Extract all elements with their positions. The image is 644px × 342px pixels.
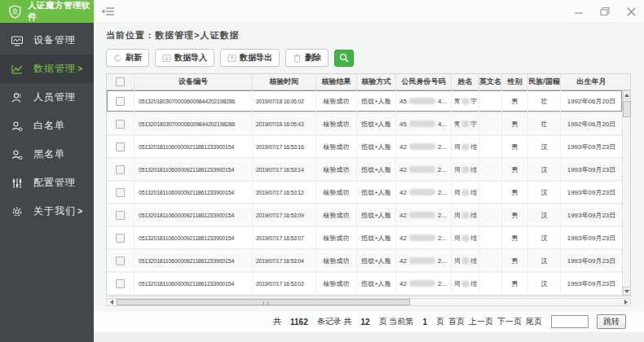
shield-person-icon <box>8 5 22 19</box>
table-row[interactable]: 05132018110600009211861233900154 2019/07… <box>107 204 622 227</box>
cell-verify-time: 2019/07/17 16:53:12 <box>253 182 316 203</box>
scroll-up-arrow[interactable] <box>623 90 631 99</box>
data-import-button[interactable]: 数据导入 <box>155 49 214 67</box>
sidebar-item-label: 人员管理 <box>33 90 76 104</box>
row-checkbox[interactable] <box>116 165 125 174</box>
cell-device-no: 05132018030700006009844202198286 <box>135 90 253 112</box>
data-export-button[interactable]: 数据导出 <box>220 49 280 67</box>
col-header-verify-result[interactable]: 核验结果 <box>316 74 357 90</box>
cell-citizen-id: 42 2... <box>396 273 452 294</box>
sidebar-item-personnel-management[interactable]: 人员管理 <box>0 83 94 112</box>
row-checkbox[interactable] <box>116 188 125 197</box>
table-row[interactable]: 05132018110600009211861233900154 2019/07… <box>107 273 622 296</box>
search-button[interactable] <box>334 50 354 67</box>
id-prefix: 45 <box>399 98 407 105</box>
table-header-row: 设备编号 核验时间 核验结果 核验方式 公民身份号码 姓名 英文名 性别 民族/… <box>107 74 630 90</box>
table-header-checkbox-cell <box>107 74 135 90</box>
horizontal-scrollbar[interactable] <box>106 298 631 306</box>
last-page-link[interactable]: 尾页 <box>526 316 542 327</box>
cell-birth-date: 1993年09月23日 <box>561 273 622 294</box>
row-checkbox[interactable] <box>116 279 125 288</box>
select-all-checkbox[interactable] <box>116 77 125 86</box>
row-checkbox[interactable] <box>116 211 125 220</box>
cell-verify-result: 核验成功 <box>316 159 357 180</box>
scroll-right-arrow[interactable] <box>621 299 630 305</box>
table-row[interactable]: 05132018110600009211861233900154 2019/07… <box>107 182 622 204</box>
sidebar-item-label: 关于我们 <box>33 204 76 218</box>
person-gear-icon <box>11 148 24 161</box>
col-header-ethnicity[interactable]: 民族/国籍 <box>528 74 561 90</box>
first-page-link[interactable]: 首页 <box>448 316 465 327</box>
id-suffix: 2... <box>438 280 447 287</box>
line-chart-icon <box>11 63 24 76</box>
cell-birth-date: 1993年09月23日 <box>561 182 622 203</box>
close-button[interactable] <box>624 5 637 18</box>
name-last-char: 维 <box>470 279 477 288</box>
row-checkbox[interactable] <box>116 142 125 151</box>
maximize-button[interactable] <box>598 5 611 18</box>
col-header-gender[interactable]: 性别 <box>502 74 528 90</box>
cell-birth-date: 1993年09月23日 <box>561 250 622 271</box>
table-row[interactable]: 05132018110600009211861233900154 2019/07… <box>107 227 622 250</box>
horizontal-scroll-thumb[interactable] <box>117 299 410 305</box>
minimize-button[interactable] <box>572 5 585 18</box>
cell-gender: 男 <box>502 159 528 180</box>
col-header-device-no[interactable]: 设备编号 <box>135 74 253 90</box>
sidebar-collapse-button[interactable] <box>102 6 115 17</box>
table-row[interactable]: 05132018030700006009844202198286 2019/07… <box>107 90 622 113</box>
delete-button[interactable]: 删除 <box>285 49 329 67</box>
minimize-icon <box>574 7 584 16</box>
table-row[interactable]: 05132018110600009211861233900154 2019/07… <box>107 250 622 273</box>
cell-verify-result: 核验成功 <box>316 273 357 294</box>
sidebar-item-config-management[interactable]: 配置管理 <box>0 169 94 197</box>
table-row[interactable]: 05132018030700006009844202198286 2019/07… <box>107 113 622 136</box>
sidebar-item-about-us[interactable]: 关于我们 > <box>0 197 94 226</box>
sidebar-item-data-management[interactable]: 数据管理 > <box>0 55 94 83</box>
row-checkbox[interactable] <box>116 120 125 129</box>
cell-gender: 男 <box>502 273 528 294</box>
data-export-label: 数据导出 <box>240 52 272 64</box>
col-header-verify-method[interactable]: 核验方式 <box>357 74 396 90</box>
vertical-scroll-thumb[interactable] <box>623 101 631 117</box>
close-icon <box>627 7 636 16</box>
cell-device-no: 05132018110600009211861233900154 <box>135 273 253 294</box>
person-gear-icon <box>11 120 24 133</box>
prev-page-link[interactable]: 上一页 <box>469 316 493 327</box>
cell-verify-result: 核验成功 <box>316 227 357 248</box>
table-row[interactable]: 05132018110600009211861233900154 2019/07… <box>107 136 622 159</box>
scroll-down-arrow[interactable] <box>623 287 631 296</box>
sidebar-item-device-management[interactable]: 设备管理 <box>0 26 94 55</box>
row-checkbox[interactable] <box>116 97 125 106</box>
id-prefix: 42 <box>399 235 407 242</box>
page-jump-input[interactable] <box>551 315 589 328</box>
row-checkbox-cell <box>107 273 135 294</box>
sidebar-item-whitelist[interactable]: 白名单 <box>0 112 94 140</box>
col-header-english-name[interactable]: 英文名 <box>479 74 502 90</box>
cell-verify-method: 指纹+人脸 <box>357 182 396 203</box>
col-header-birth-date[interactable]: 出生年月 <box>561 74 622 90</box>
refresh-button[interactable]: 刷新 <box>106 49 149 67</box>
window-controls <box>572 0 637 23</box>
table-row[interactable]: 05132018110600009211861233900154 2019/07… <box>107 159 622 182</box>
cell-ethnicity: 汉 <box>528 182 561 203</box>
cell-ethnicity: 汉 <box>528 273 561 294</box>
cell-ethnicity: 壮 <box>528 113 561 134</box>
col-header-name[interactable]: 姓名 <box>452 74 479 90</box>
next-page-link[interactable]: 下一页 <box>497 316 522 327</box>
cell-device-no: 05132018110600009211861233900154 <box>135 250 253 271</box>
col-header-citizen-id[interactable]: 公民身份号码 <box>396 74 452 90</box>
row-checkbox[interactable] <box>116 256 125 265</box>
cell-verify-time: 2019/07/17 16:53:14 <box>253 159 316 180</box>
scroll-left-arrow[interactable] <box>107 299 116 305</box>
cell-name: 周 维 <box>452 159 479 180</box>
col-header-verify-time[interactable]: 核验时间 <box>253 74 316 90</box>
cell-ethnicity: 汉 <box>528 227 561 248</box>
cell-verify-method: 指纹+人脸 <box>357 273 396 294</box>
id-suffix: 2... <box>438 212 447 219</box>
app-logo: 人证魔方管理软件 <box>0 0 94 23</box>
vertical-scrollbar[interactable] <box>622 90 630 296</box>
row-checkbox[interactable] <box>116 234 125 243</box>
page-jump-button[interactable]: 跳转 <box>597 314 626 329</box>
cell-verify-result: 核验成功 <box>316 113 357 134</box>
sidebar-item-blacklist[interactable]: 黑名单 <box>0 140 94 169</box>
